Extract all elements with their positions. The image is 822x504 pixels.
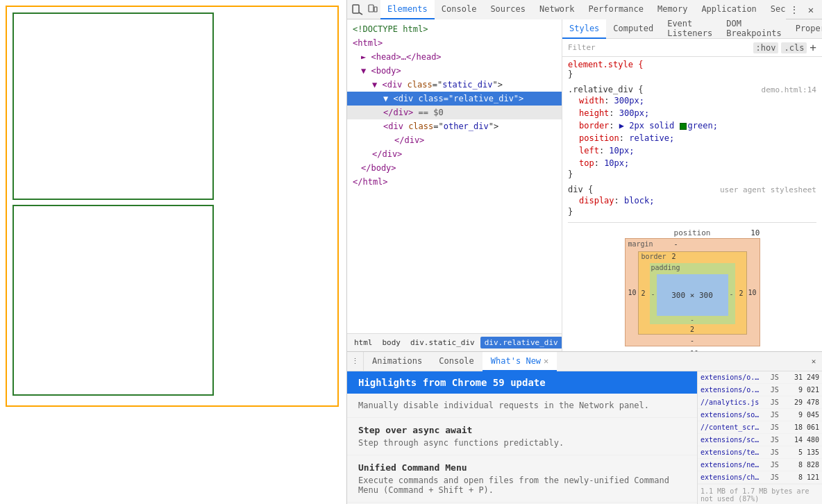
- bm-position-val: 10: [750, 228, 760, 237]
- svg-line-1: [359, 12, 362, 15]
- devtools-panel: Elements Console Sources Network Perform…: [347, 0, 822, 504]
- bm-margin-box: margin - 10 - - -10 - border 2 2: [625, 238, 760, 346]
- dom-line-close-relative[interactable]: </div> == $0: [347, 106, 562, 119]
- breadcrumb-relative-div[interactable]: div.relative_div: [480, 337, 562, 348]
- style-rule-div-header: div { user agent stylesheet: [568, 185, 816, 194]
- net-summary: 1.1 MB of 1.7 MB bytes are not used (87%…: [698, 484, 822, 504]
- bottom-panel: ⋮ Animations Console What's New ✕ ✕ High…: [347, 351, 822, 504]
- more-options-btn[interactable]: ⋮: [786, 1, 803, 18]
- add-style-btn[interactable]: +: [810, 42, 816, 53]
- bm-padding-right: -: [729, 290, 733, 298]
- color-swatch-green: [680, 123, 687, 130]
- tab-performance[interactable]: Performance: [582, 0, 651, 19]
- net-row-4: //content_scri....js JS 18 061: [698, 421, 822, 434]
- style-prop-top[interactable]: top: 10px;: [568, 157, 816, 169]
- style-rule-relative-div-header: .relative_div { demo.html:14: [568, 85, 816, 94]
- devtools-tabs: Elements Console Sources Network Perform…: [380, 0, 786, 19]
- svg-rect-2: [369, 5, 374, 12]
- green-inner-box: [12, 205, 214, 396]
- dom-line-head[interactable]: ► <head>…</head>: [347, 50, 562, 64]
- bottom-panel-close-btn[interactable]: ✕: [805, 352, 822, 371]
- breadcrumb-html[interactable]: html: [350, 337, 377, 348]
- bm-border-val: 2: [672, 253, 676, 260]
- bm-bottom-val: -10: [686, 350, 698, 351]
- close-devtools-btn[interactable]: ✕: [803, 1, 819, 18]
- bottom-tab-animations[interactable]: Animations: [364, 352, 430, 371]
- dom-line-body[interactable]: ▼ <body>: [347, 64, 562, 78]
- style-prop-display[interactable]: display: block;: [568, 194, 816, 207]
- style-prop-width[interactable]: width: 300px;: [568, 94, 816, 107]
- inspect-icon[interactable]: [351, 3, 364, 16]
- dom-line-other-div[interactable]: <div class="other_div">: [347, 119, 562, 133]
- style-prop-position[interactable]: position: relative;: [568, 132, 816, 144]
- tab-application[interactable]: Application: [694, 0, 763, 19]
- net-row-1: extensions/o....js JS 9 021: [698, 384, 822, 396]
- network-preview: extensions/o....js JS 31 249 extensions/…: [697, 371, 822, 504]
- devtools-main: <!DOCTYPE html> <html> ► <head>…</head> …: [347, 19, 822, 351]
- bottom-tab-console[interactable]: Console: [430, 352, 483, 371]
- style-prop-height[interactable]: height: 300px;: [568, 107, 816, 119]
- whats-new-panel: Highlights from Chrome 59 update Manuall…: [347, 371, 697, 504]
- net-row-6: extensions/ten....js JS 5 135: [698, 446, 822, 459]
- bottom-tab-whats-new[interactable]: What's New ✕: [483, 352, 557, 371]
- net-row-8: extensions/ch....js JS 8 121: [698, 471, 822, 484]
- tab-elements[interactable]: Elements: [380, 0, 435, 19]
- style-rule-element: element.style { }: [568, 60, 816, 79]
- svg-rect-3: [374, 7, 377, 12]
- tab-sources[interactable]: Sources: [483, 0, 532, 19]
- bm-margin-bottom: -: [690, 337, 694, 344]
- bm-padding-label: padding: [651, 264, 680, 271]
- styles-tab-event-listeners[interactable]: Event Listeners: [660, 19, 719, 39]
- styles-tab-dom-breakpoints[interactable]: DOM Breakpoints: [719, 19, 788, 39]
- dom-line-html[interactable]: <html>: [347, 36, 562, 50]
- dom-line-close-html[interactable]: </html>: [347, 175, 562, 189]
- device-icon[interactable]: [367, 3, 379, 16]
- bm-margin-label: margin: [628, 240, 653, 248]
- dom-content: <!DOCTYPE html> <html> ► <head>…</head> …: [347, 19, 562, 333]
- styles-filter-input[interactable]: [598, 43, 753, 53]
- tab-memory[interactable]: Memory: [651, 0, 694, 19]
- bm-border-box: border 2 2 2 2 padding - - -: [638, 251, 747, 335]
- box-model-diagram: position 10 margin - 10 - - -10 -: [625, 228, 760, 346]
- dom-line-close-static[interactable]: </div>: [347, 147, 562, 161]
- whats-new-close-btn[interactable]: ✕: [544, 356, 548, 366]
- bm-padding-box: padding - - - 300 × 300: [650, 263, 735, 324]
- tab-console[interactable]: Console: [435, 0, 484, 19]
- dom-line-close-other[interactable]: </div>: [347, 133, 562, 147]
- filter-cls-badge[interactable]: .cls: [781, 42, 807, 53]
- tab-security[interactable]: Security: [764, 0, 786, 19]
- breadcrumb-body[interactable]: body: [378, 337, 405, 348]
- dom-breadcrumb: html body div.static_div div.relative_di…: [347, 333, 562, 351]
- bm-position-label: position: [674, 228, 711, 237]
- div-close-brace: }: [568, 207, 816, 217]
- breadcrumb-static-div[interactable]: div.static_div: [406, 337, 479, 348]
- bm-content-size: 300 × 300: [671, 291, 713, 300]
- whats-new-item-async: Step over async await Step through async…: [347, 418, 697, 455]
- styles-tab-styles[interactable]: Styles: [562, 19, 606, 39]
- dom-line-static-div[interactable]: ▼ <div class="static_div">: [347, 78, 562, 92]
- styles-tabs: Styles Computed Event Listeners DOM Brea…: [562, 19, 822, 39]
- styles-content: element.style { } .relative_div { demo.h…: [562, 57, 822, 351]
- style-prop-border[interactable]: border: ▶ 2px solid green;: [568, 119, 816, 132]
- tab-network[interactable]: Network: [532, 0, 582, 19]
- bm-border-right: 2: [739, 289, 743, 297]
- devtools-toolbar: Elements Console Sources Network Perform…: [347, 0, 822, 19]
- whats-new-item-command: Unified Command Menu Execute commands an…: [347, 455, 697, 503]
- styles-tab-computed[interactable]: Computed: [606, 19, 660, 39]
- filter-label: Filter: [568, 43, 596, 52]
- filter-hov-badge[interactable]: :hov: [753, 42, 779, 53]
- bottom-tab-menu-btn[interactable]: ⋮: [347, 352, 364, 371]
- bm-padding-left: -: [651, 290, 655, 298]
- dom-line-relative-div[interactable]: ▼ <div class="relative_div">: [347, 92, 562, 106]
- style-rule-source[interactable]: demo.html:14: [762, 85, 816, 94]
- bm-border-label: border: [641, 253, 666, 260]
- styles-tab-properties[interactable]: Properties: [789, 19, 822, 39]
- dom-line-close-body[interactable]: </body>: [347, 161, 562, 175]
- whats-new-title-async: Step over async await: [358, 425, 686, 435]
- bm-content-box: 300 × 300: [657, 274, 728, 316]
- style-rule-relative-div: .relative_div { demo.html:14 width: 300p…: [568, 85, 816, 179]
- bm-border-left: 2: [641, 289, 646, 297]
- style-prop-left[interactable]: left: 10px;: [568, 144, 816, 157]
- style-rule-div-source: user agent stylesheet: [720, 185, 816, 194]
- dom-line-doctype[interactable]: <!DOCTYPE html>: [347, 22, 562, 36]
